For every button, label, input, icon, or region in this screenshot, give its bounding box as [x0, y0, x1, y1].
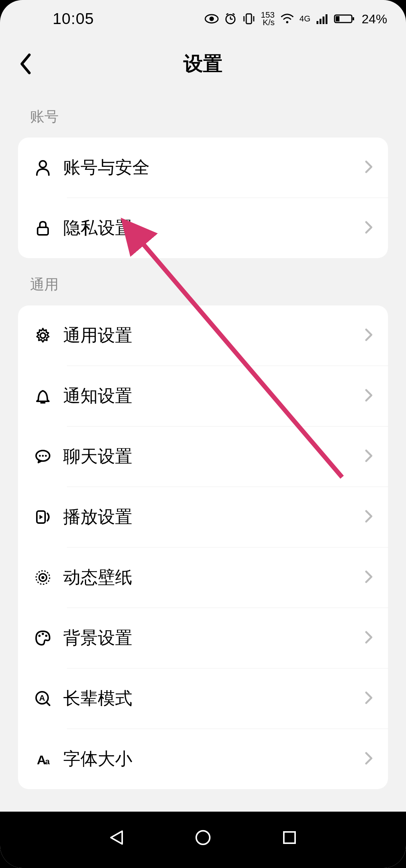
svg-rect-11: [317, 21, 318, 24]
item-label: 播放设置: [63, 505, 365, 529]
item-general-settings[interactable]: 通用设置: [18, 305, 388, 366]
svg-text:a: a: [45, 757, 50, 766]
item-label: 通用设置: [63, 324, 365, 347]
item-background-settings[interactable]: 背景设置: [18, 608, 388, 668]
svg-point-23: [39, 455, 41, 457]
gear-icon: [29, 327, 56, 345]
item-label: 背景设置: [63, 626, 365, 650]
item-label: 聊天设置: [63, 445, 365, 468]
svg-point-32: [42, 633, 44, 635]
svg-rect-43: [284, 832, 295, 843]
svg-marker-27: [39, 515, 43, 519]
item-chat-settings[interactable]: 聊天设置: [18, 426, 388, 487]
svg-point-42: [196, 831, 210, 844]
chevron-right-icon: [365, 691, 373, 706]
svg-text:A: A: [39, 693, 45, 703]
svg-point-25: [45, 455, 47, 457]
elder-icon: A: [29, 690, 56, 708]
nav-bar: [0, 812, 406, 868]
nav-back-button[interactable]: [102, 823, 132, 853]
battery-icon: [334, 14, 355, 24]
item-wallpaper[interactable]: 动态壁纸: [18, 547, 388, 608]
wifi-icon: [280, 13, 294, 24]
nav-recent-button[interactable]: [274, 823, 304, 853]
nav-home-button[interactable]: [188, 823, 218, 853]
svg-rect-7: [246, 14, 251, 24]
chevron-right-icon: [365, 389, 373, 404]
svg-point-30: [41, 576, 44, 579]
page-header: 设置: [0, 38, 406, 90]
item-account-security[interactable]: 账号与安全: [18, 138, 388, 198]
bell-icon: [29, 387, 56, 405]
svg-point-18: [39, 161, 46, 168]
svg-rect-13: [323, 17, 324, 24]
chat-icon: [29, 448, 56, 466]
section-label-account: 账号: [0, 90, 406, 138]
item-elder-mode[interactable]: A 长辈模式: [18, 668, 388, 729]
svg-point-31: [38, 635, 41, 637]
svg-text:A: A: [37, 753, 46, 767]
chevron-right-icon: [365, 221, 373, 236]
play-icon: [29, 508, 56, 526]
chevron-right-icon: [365, 510, 373, 525]
svg-rect-16: [336, 16, 339, 21]
svg-point-10: [286, 21, 288, 23]
alarm-icon: [224, 12, 237, 25]
eye-icon: [205, 14, 219, 24]
signal-type: 4G: [300, 14, 311, 24]
wallpaper-icon: [29, 569, 56, 587]
svg-rect-12: [320, 19, 321, 24]
item-label: 通知设置: [63, 384, 365, 408]
chevron-right-icon: [365, 328, 373, 343]
svg-rect-19: [38, 227, 48, 235]
item-label: 动态壁纸: [63, 566, 365, 589]
item-label: 长辈模式: [63, 687, 365, 710]
back-button[interactable]: [14, 53, 37, 75]
section-card-account: 账号与安全 隐私设置: [18, 138, 388, 258]
svg-point-20: [40, 333, 45, 338]
chevron-right-icon: [365, 160, 373, 175]
item-label: 字体大小: [63, 747, 365, 771]
svg-line-5: [226, 14, 228, 15]
chevron-right-icon: [365, 631, 373, 646]
svg-rect-17: [353, 17, 354, 20]
svg-point-1: [209, 17, 214, 21]
item-privacy-settings[interactable]: 隐私设置: [18, 198, 388, 258]
svg-point-24: [42, 455, 44, 457]
item-label: 账号与安全: [63, 156, 365, 179]
chevron-right-icon: [365, 570, 373, 585]
chevron-right-icon: [365, 449, 373, 464]
status-icons: 153 K/s 4G 24%: [205, 11, 387, 26]
svg-line-36: [47, 702, 50, 705]
item-play-settings[interactable]: 播放设置: [18, 487, 388, 547]
chevron-right-icon: [365, 752, 373, 767]
font-icon: Aa: [29, 750, 56, 768]
status-bar: 10:05 153 K/s 4G: [0, 0, 406, 38]
palette-icon: [29, 629, 56, 647]
item-font-size[interactable]: Aa 字体大小: [18, 729, 388, 789]
lock-icon: [29, 219, 56, 237]
section-label-general: 通用: [0, 258, 406, 305]
svg-rect-14: [326, 14, 327, 24]
signal-icon: [316, 14, 329, 24]
chevron-left-icon: [18, 53, 33, 75]
status-time: 10:05: [19, 10, 94, 28]
item-notification-settings[interactable]: 通知设置: [18, 366, 388, 426]
page-title: 设置: [183, 51, 223, 77]
person-icon: [29, 159, 56, 177]
svg-point-33: [45, 635, 47, 637]
section-card-general: 通用设置 通知设置 聊天设置 播放设置: [18, 305, 388, 789]
screen: 10:05 153 K/s 4G: [0, 0, 406, 868]
item-label: 隐私设置: [63, 216, 365, 240]
battery-percent: 24%: [362, 12, 387, 26]
svg-line-6: [233, 14, 235, 15]
net-speed: 153 K/s: [261, 11, 275, 26]
svg-marker-41: [111, 831, 122, 844]
vibrate-icon: [242, 12, 256, 25]
